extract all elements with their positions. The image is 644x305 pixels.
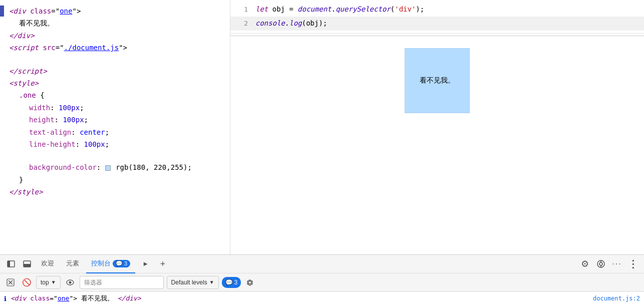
code-text: </script> (9, 66, 47, 77)
tab-elements[interactable]: 元素 (61, 254, 84, 273)
devtools-tab-bar: 欢迎 元素 控制台 💬 3 ► + ⚙ ··· ⋮ (0, 254, 644, 273)
code-line-3: </div> (0, 30, 230, 42)
code-line-2: 看不见我。 (0, 17, 230, 29)
console-badge-icon: 💬 (225, 279, 233, 286)
js-line-2: 2 console.log(obj); (230, 17, 644, 31)
code-text: <div class="one"> (9, 6, 81, 17)
code-line-14: background-color: rgb(180, 220,255); (0, 161, 230, 173)
more-options-button[interactable]: ··· (610, 257, 624, 271)
svg-rect-1 (8, 261, 10, 267)
console-settings-icon[interactable] (244, 276, 256, 288)
code-text: console.log(obj); (255, 18, 327, 30)
line-number: 1 (235, 4, 248, 15)
console-badge-count: 3 (234, 279, 238, 286)
context-label: top (41, 279, 49, 286)
html-code-panel: <div class="one"> 看不见我。 </div> <script s… (0, 0, 230, 254)
dropdown-arrow-icon: ▼ (51, 279, 56, 285)
code-line-10: height: 100px; (0, 114, 230, 126)
bubble-icon: 💬 (116, 260, 123, 267)
overflow-button[interactable]: ⋮ (626, 257, 640, 271)
console-output-icon: ℹ (4, 295, 7, 302)
code-text: </style> (9, 186, 43, 197)
dock-to-side-button[interactable] (4, 257, 18, 271)
no-entry-button[interactable]: 🚫 (20, 276, 33, 289)
line-number: 2 (235, 18, 248, 29)
preview-text: 看不见我。 (420, 76, 455, 85)
remote-debug-button[interactable] (594, 257, 608, 271)
preview-area: 看不见我。 (230, 38, 644, 254)
badge-count: 3 (124, 260, 127, 266)
new-tab-button[interactable]: + (156, 257, 170, 271)
line-gutter (0, 6, 4, 17)
code-text: line-height: 100px; (9, 139, 109, 150)
code-text: text-align: center; (9, 127, 109, 138)
editor-area: <div class="one"> 看不见我。 </div> <script s… (0, 0, 644, 254)
code-line-8: .one { (0, 89, 230, 101)
color-swatch[interactable] (105, 165, 111, 171)
code-line-blank2 (0, 150, 230, 161)
code-line-12: line-height: 100px; (0, 138, 230, 150)
tab-welcome[interactable]: 欢迎 (36, 254, 59, 273)
svg-point-5 (599, 262, 602, 265)
code-line-16: </style> (0, 186, 230, 198)
code-line-6: </script> (0, 65, 230, 77)
tab-console[interactable]: 控制台 💬 3 (86, 254, 135, 273)
levels-label: Default levels (171, 279, 207, 286)
code-line-9: width: 100px; (0, 102, 230, 114)
code-text: 看不见我。 (9, 18, 54, 29)
filter-input[interactable] (80, 276, 164, 289)
tab-console-label: 控制台 (91, 259, 111, 268)
code-text: } (9, 174, 23, 185)
code-text: <style> (9, 78, 39, 89)
preview-box: 看不见我。 (405, 48, 470, 113)
code-line-15: } (0, 174, 230, 186)
code-text: background-color: rgb(180, 220,255); (9, 162, 192, 173)
svg-rect-3 (24, 264, 31, 267)
clear-console-button[interactable] (4, 276, 17, 289)
dock-to-bottom-button[interactable] (20, 257, 34, 271)
eye-button[interactable] (64, 276, 77, 289)
console-output-content: <div class="one"> 看不见我。 </div> (11, 294, 141, 303)
js-line-1: 1 let obj = document.querySelector('div'… (230, 3, 644, 17)
js-code-area: 1 let obj = document.querySelector('div'… (230, 0, 644, 34)
levels-dropdown[interactable]: Default levels ▼ (167, 276, 219, 289)
settings-button[interactable]: ⚙ (578, 257, 592, 271)
console-source-link[interactable]: document.js:2 (593, 295, 640, 302)
code-text: height: 100px; (9, 114, 88, 125)
divider (230, 36, 644, 36)
levels-arrow-icon: ▼ (209, 279, 214, 285)
code-line-1: <div class="one"> (0, 5, 230, 17)
code-text: let obj = document.querySelector('div'); (255, 4, 424, 16)
console-toolbar: 🚫 top ▼ Default levels ▼ 💬 3 (0, 273, 644, 291)
code-text: width: 100px; (9, 102, 84, 113)
right-panel: 1 let obj = document.querySelector('div'… (230, 0, 644, 254)
console-output-line: ℹ <div class="one"> 看不见我。 </div> documen… (0, 291, 644, 305)
code-line-blank1 (0, 54, 230, 65)
code-text: .one { (9, 90, 45, 101)
code-line-4: <script src="./document.js"> (0, 42, 230, 54)
tab-overflow[interactable]: ► (137, 254, 154, 273)
code-text: <script src="./document.js"> (9, 42, 127, 53)
code-line-7: <style> (0, 77, 230, 89)
console-badge[interactable]: 💬 3 (222, 277, 241, 288)
code-line-11: text-align: center; (0, 126, 230, 138)
code-text: </div> (9, 30, 35, 41)
context-dropdown[interactable]: top ▼ (36, 276, 61, 289)
tab-badge: 💬 3 (113, 260, 130, 267)
svg-point-12 (69, 281, 71, 283)
